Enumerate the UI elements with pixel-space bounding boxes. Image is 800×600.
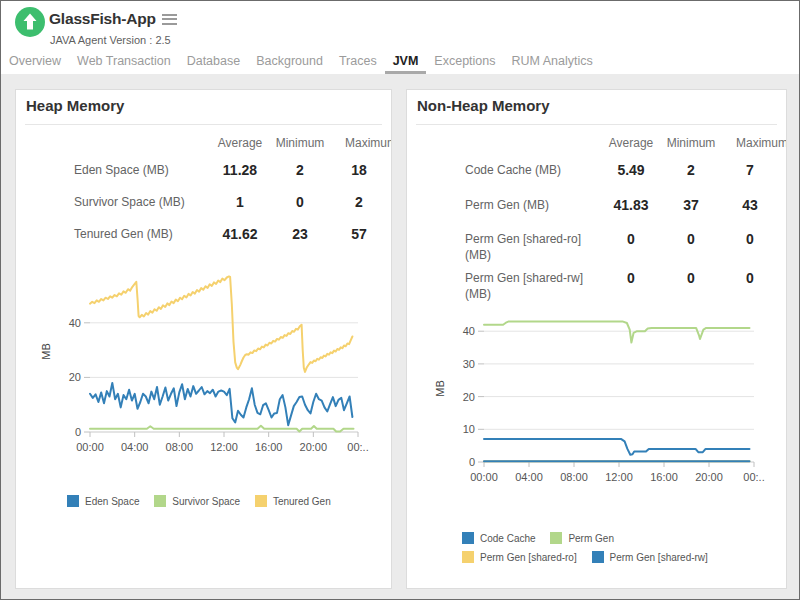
svg-text:0: 0 <box>469 456 475 468</box>
col-maximum: Maximum <box>329 136 389 150</box>
divider <box>25 124 382 125</box>
svg-text:20: 20 <box>69 371 81 383</box>
svg-text:00:00: 00:00 <box>470 471 498 483</box>
svg-text:00:..: 00:.. <box>347 441 368 453</box>
legend-swatch <box>462 551 474 563</box>
table-row: Eden Space (MB) 11.28 2 18 <box>16 154 391 186</box>
heap-chart-legend: Eden Space Survivor Space Tenured Gen <box>67 495 343 509</box>
table-row: Tenured Gen (MB) 41.62 23 57 <box>16 218 391 250</box>
legend-item: Perm Gen [shared-rw] <box>592 551 708 563</box>
svg-text:16:00: 16:00 <box>255 441 283 453</box>
nonheap-memory-panel: Non-Heap Memory Average Minimum Maximum … <box>406 89 787 589</box>
app-window: GlassFish-App JAVA Agent Version : 2.5 O… <box>0 0 800 600</box>
svg-text:08:00: 08:00 <box>560 471 588 483</box>
tab-rum-analytics[interactable]: RUM Analytics <box>504 51 601 74</box>
tab-overview[interactable]: Overview <box>1 51 69 74</box>
legend-item: Perm Gen <box>550 532 614 544</box>
legend-swatch <box>154 495 166 507</box>
tab-jvm[interactable]: JVM <box>385 51 427 74</box>
col-maximum: Maximum <box>720 136 780 150</box>
table-row: Perm Gen [shared-ro](MB) 0 0 0 <box>407 231 786 271</box>
svg-text:08:00: 08:00 <box>166 441 194 453</box>
svg-text:12:00: 12:00 <box>605 471 633 483</box>
legend-swatch <box>550 532 562 544</box>
svg-text:MB: MB <box>40 343 52 360</box>
legend-item: Survivor Space <box>154 495 240 507</box>
app-status-icon <box>15 7 45 37</box>
svg-text:20:00: 20:00 <box>300 441 328 453</box>
table-header: Average Minimum Maximum <box>16 136 391 152</box>
table-row: Survivor Space (MB) 1 0 2 <box>16 186 391 218</box>
agent-version-label: JAVA Agent Version : 2.5 <box>50 34 171 46</box>
legend-swatch <box>255 495 267 507</box>
panel-title: Non-Heap Memory <box>417 97 550 114</box>
table-row: Perm Gen (MB) 41.83 37 43 <box>407 189 786 221</box>
page-title: GlassFish-App <box>49 10 156 28</box>
legend-swatch <box>592 551 604 563</box>
svg-text:00:00: 00:00 <box>76 441 104 453</box>
svg-text:MB: MB <box>434 380 446 397</box>
svg-text:0: 0 <box>75 426 81 438</box>
legend-swatch <box>67 495 79 507</box>
table-header: Average Minimum Maximum <box>407 136 786 152</box>
heap-memory-chart: 0204000:0004:0008:0012:0016:0020:0000:..… <box>16 260 392 470</box>
svg-text:40: 40 <box>69 317 81 329</box>
svg-text:04:00: 04:00 <box>121 441 149 453</box>
heap-memory-panel: Heap Memory Average Minimum Maximum Eden… <box>15 89 392 589</box>
col-minimum: Minimum <box>661 136 721 150</box>
divider <box>416 124 777 125</box>
col-average: Average <box>210 136 270 150</box>
svg-text:20: 20 <box>463 391 475 403</box>
tab-background[interactable]: Background <box>248 51 331 74</box>
nonheap-chart-legend: Code Cache Perm Gen <box>462 532 626 546</box>
tab-exceptions[interactable]: Exceptions <box>426 51 503 74</box>
tab-web-transaction[interactable]: Web Transaction <box>69 51 179 74</box>
svg-text:00:..: 00:.. <box>743 471 764 483</box>
nonheap-chart-legend-row2: Perm Gen [shared-ro] Perm Gen [shared-rw… <box>462 551 720 565</box>
hamburger-menu-icon[interactable] <box>162 11 177 27</box>
svg-text:20:00: 20:00 <box>695 471 723 483</box>
legend-swatch <box>462 532 474 544</box>
svg-text:16:00: 16:00 <box>650 471 678 483</box>
legend-item: Eden Space <box>67 495 140 507</box>
svg-text:12:00: 12:00 <box>210 441 238 453</box>
col-average: Average <box>601 136 661 150</box>
tab-bar: Overview Web Transaction Database Backgr… <box>1 51 799 74</box>
table-row: Code Cache (MB) 5.49 2 7 <box>407 154 786 186</box>
svg-text:04:00: 04:00 <box>515 471 543 483</box>
panel-title: Heap Memory <box>26 97 124 114</box>
svg-text:30: 30 <box>463 358 475 370</box>
tab-traces[interactable]: Traces <box>331 51 385 74</box>
svg-text:10: 10 <box>463 423 475 435</box>
legend-item: Perm Gen [shared-ro] <box>462 551 577 563</box>
svg-text:40: 40 <box>463 325 475 337</box>
tab-database[interactable]: Database <box>179 51 249 74</box>
col-minimum: Minimum <box>270 136 330 150</box>
legend-item: Code Cache <box>462 532 536 544</box>
nonheap-memory-chart: 01020304000:0004:0008:0012:0016:0020:000… <box>407 302 787 498</box>
content-area: Heap Memory Average Minimum Maximum Eden… <box>1 74 799 599</box>
legend-item: Tenured Gen <box>255 495 331 507</box>
